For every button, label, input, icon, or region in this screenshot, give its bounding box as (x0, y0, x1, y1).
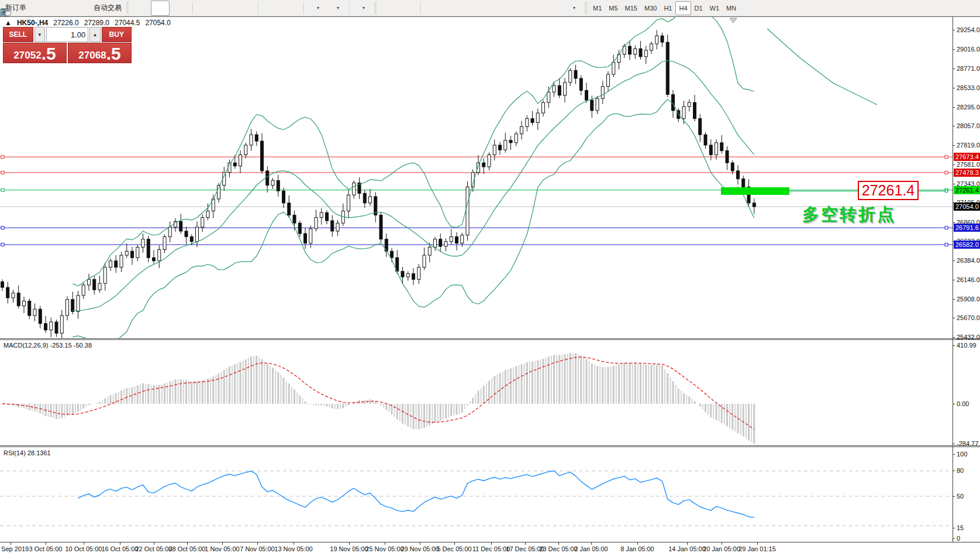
price-chart-canvas[interactable] (0, 17, 953, 340)
price-tick (953, 318, 955, 318)
tf-button-M30[interactable]: M30 (641, 1, 660, 15)
vertical-line-button[interactable] (425, 1, 443, 16)
macd-indicator-label: MACD(12,26,9) -253.15 -50.38 (4, 342, 92, 349)
time-tick (120, 542, 120, 545)
time-tick (257, 542, 258, 545)
price-tick (953, 299, 955, 300)
chart-shift-button[interactable] (282, 1, 301, 16)
crosshair-button[interactable] (399, 1, 417, 16)
tf-button-M5[interactable]: M5 (605, 1, 621, 15)
toolbar-separator (420, 2, 422, 14)
macd-panel-canvas[interactable] (0, 340, 953, 447)
rsi-panel-canvas[interactable] (0, 447, 953, 542)
dropdown-caret-icon: ▾ (573, 5, 575, 11)
line-chart-button[interactable] (171, 1, 189, 16)
volume-up-button[interactable]: ▲ (89, 27, 100, 42)
macd-axis-tick (953, 444, 955, 444)
collapse-triangle-icon[interactable]: ▲ (5, 19, 12, 27)
time-tick-label: 19 Nov 05:00 (330, 545, 368, 552)
price-callout-box[interactable]: 27261.4 (858, 181, 919, 200)
time-tick (154, 542, 154, 545)
autotrading-label: 自动交易 (94, 3, 122, 13)
price-tick (953, 184, 955, 184)
price-line-chip: 27054.0 (954, 202, 980, 211)
tf-button-H4[interactable]: H4 (675, 1, 691, 15)
bar-chart-button[interactable] (131, 1, 150, 16)
zoom-out-button[interactable] (216, 1, 235, 16)
time-axis[interactable]: 26 Sep 20193 Oct 05:0010 Oct 05:0016 Oct… (0, 542, 980, 553)
trendline-button[interactable] (464, 1, 483, 16)
price-tick-label: 28771.0 (957, 65, 980, 72)
price-tick-label: 28057.0 (957, 122, 980, 129)
price-tick-label: 28295.0 (957, 104, 980, 111)
text-label-button[interactable]: T (544, 1, 563, 16)
macd-axis-label: 410.99 (957, 342, 976, 349)
horizontal-line-button[interactable] (444, 1, 463, 16)
dropdown-caret-icon: ▾ (363, 5, 365, 11)
rsi-axis-label: 100 (957, 451, 967, 458)
time-tick-label: 2 Jan 05:00 (574, 545, 608, 552)
tf-button-H1[interactable]: H1 (660, 1, 675, 15)
indicators-button[interactable]: ▾ (353, 1, 372, 16)
arrows-button[interactable]: ▾ (564, 1, 582, 16)
rsi-axis-tick (953, 538, 955, 539)
time-tick (385, 542, 385, 545)
chart-window[interactable]: ▲ HK50-,H4 27226.0 27289.0 27044.5 27054… (0, 16, 980, 553)
one-click-trading-panel: SELL ▼ 1.00 ▲ BUY 27052.5 27068.5 (3, 27, 132, 63)
price-axis[interactable]: 29254.029016.028771.028533.028295.028057… (953, 17, 980, 542)
strategy-tester-button[interactable] (70, 1, 88, 16)
annotation-text[interactable]: 多空转折点 (802, 203, 896, 226)
buy-price[interactable]: 27068.5 (68, 43, 132, 63)
support-highlight-bar[interactable] (721, 187, 789, 195)
buy-price-main: 27068 (78, 50, 106, 61)
tf-button-MN[interactable]: MN (723, 1, 740, 15)
market-watch-button[interactable] (30, 1, 49, 16)
macd-axis-tick (953, 345, 955, 346)
rsi-axis-tick (953, 454, 955, 455)
rsi-axis-label: 15 (957, 524, 964, 531)
price-tick-label: 27819.0 (957, 142, 980, 149)
timeframe-group: M1M5M15M30H1H4D1W1MN (589, 1, 740, 15)
text-button[interactable]: A (524, 1, 543, 16)
time-tick-label: 5 Dec 05:00 (437, 545, 471, 552)
price-tick-label: 26146.0 (957, 276, 980, 283)
rsi-axis-tick (953, 528, 955, 528)
fibonacci-button[interactable]: F (504, 1, 523, 16)
cursor-button[interactable] (379, 1, 398, 16)
sell-price[interactable]: 27052.5 (3, 43, 67, 63)
rsi-axis-label: 50 (957, 493, 964, 500)
buy-button[interactable]: BUY (102, 27, 132, 42)
buy-price-frac: .5 (106, 46, 121, 61)
time-tick-label: 28 Oct 05:00 (169, 545, 206, 552)
volume-input[interactable]: 1.00 (46, 27, 89, 42)
zoom-in-button[interactable] (196, 1, 215, 16)
profiles-button[interactable]: ▾ (327, 1, 346, 16)
dropdown-caret-icon: ▾ (337, 5, 339, 11)
time-tick-label: 11 Dec 05:00 (472, 545, 510, 552)
sell-button[interactable]: SELL (3, 27, 33, 42)
terminal-button[interactable] (50, 1, 68, 16)
price-line-chip: 26582.0 (954, 241, 980, 249)
tf-button-M1[interactable]: M1 (589, 1, 605, 15)
volume-down-button[interactable]: ▼ (34, 27, 45, 42)
dropdown-caret-icon: ▾ (317, 5, 319, 11)
candlestick-chart-button[interactable] (151, 1, 170, 16)
tf-button-M15[interactable]: M15 (622, 1, 641, 15)
tf-button-D1[interactable]: D1 (691, 1, 706, 15)
line-handle[interactable] (945, 190, 948, 193)
price-tick (953, 107, 955, 108)
autotrading-button[interactable]: 自动交易 (89, 1, 124, 16)
price-tick (953, 49, 955, 50)
equidistant-channel-button[interactable]: E (484, 1, 503, 16)
auto-scroll-button[interactable] (262, 1, 281, 16)
new-chart-button[interactable]: ▾ (308, 1, 326, 16)
toolbar-grip (585, 2, 587, 14)
toolbar-separator (258, 2, 259, 14)
time-tick-label: 29 Nov 05:00 (401, 545, 439, 552)
panel-splitter[interactable] (0, 445, 980, 447)
tf-button-W1[interactable]: W1 (706, 1, 723, 15)
time-tick (349, 542, 350, 545)
panel-splitter[interactable] (0, 338, 980, 340)
price-tick (953, 337, 955, 338)
tile-windows-button[interactable] (236, 1, 255, 16)
